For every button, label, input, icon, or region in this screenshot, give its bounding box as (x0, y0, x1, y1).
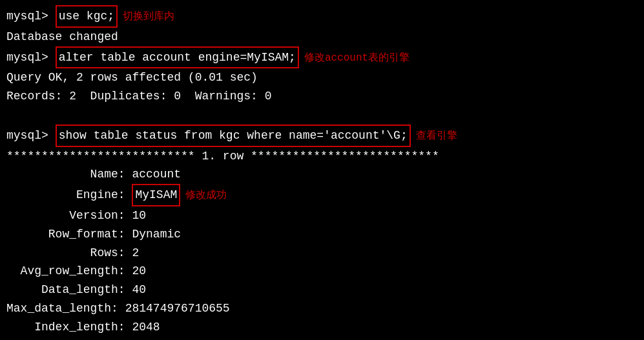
terminal-window: mysql> use kgc;切换到库内 Database changed my… (6, 5, 638, 337)
annotation-2: 修改account表的引擎 (304, 50, 410, 67)
output-line-1: Database changed (6, 28, 638, 46)
engine-annotation: 修改成功 (185, 188, 227, 205)
field-value-rows: 2 (132, 244, 139, 263)
output-line-3: Records: 2 Duplicates: 0 Warnings: 0 (6, 87, 638, 106)
field-label-data-length: Data_length: (6, 281, 132, 299)
prompt-2: mysql> (6, 48, 56, 67)
field-value-index-length: 2048 (132, 318, 160, 337)
field-value-engine: MyISAM (132, 184, 180, 206)
field-label-avg-row-length: Avg_row_length: (6, 262, 132, 281)
prompt-3: mysql> (6, 126, 56, 145)
prompt-1: mysql> (6, 7, 56, 26)
field-label-name: Name: (6, 165, 132, 184)
output-line-2: Query OK, 2 rows affected (0.01 sec) (6, 68, 638, 87)
annotation-1: 切换到库内 (123, 9, 174, 26)
field-value-name: account (132, 165, 181, 184)
field-avg-row-length: Avg_row_length: 20 (6, 262, 638, 281)
field-label-engine: Engine: (6, 186, 132, 205)
field-value-avg-row-length: 20 (132, 262, 146, 281)
command-line-1: mysql> use kgc;切换到库内 (6, 5, 638, 28)
field-label-max-data-length: Max_data_length: (6, 299, 125, 318)
field-label-rows: Rows: (6, 244, 132, 263)
command-2: alter table account engine=MyISAM; (56, 46, 299, 69)
command-3: show table status from kgc where name='a… (56, 125, 411, 147)
field-value-data-length: 40 (132, 281, 146, 299)
field-value-max-data-length: 281474976710655 (125, 299, 230, 318)
field-label-index-length: Index_length: (6, 318, 132, 337)
field-max-data-length: Max_data_length: 281474976710655 (6, 299, 638, 318)
field-name: Name: account (6, 165, 638, 184)
field-value-version: 10 (132, 206, 146, 225)
field-rows: Rows: 2 (6, 244, 638, 263)
command-line-2: mysql> alter table account engine=MyISAM… (6, 46, 638, 69)
blank-line (6, 106, 638, 125)
command-line-3: mysql> show table status from kgc where … (6, 125, 638, 147)
field-engine: Engine: MyISAM修改成功 (6, 184, 638, 206)
field-rowformat: Row_format: Dynamic (6, 225, 638, 244)
command-1: use kgc; (56, 5, 118, 28)
field-label-rowformat: Row_format: (6, 225, 132, 244)
field-index-length: Index_length: 2048 (6, 318, 638, 337)
field-version: Version: 10 (6, 206, 638, 225)
field-data-length: Data_length: 40 (6, 281, 638, 299)
row-separator: *************************** 1. row *****… (6, 147, 638, 166)
annotation-3: 查看引擎 (416, 128, 457, 145)
field-label-version: Version: (6, 206, 132, 225)
field-value-rowformat: Dynamic (132, 225, 181, 244)
